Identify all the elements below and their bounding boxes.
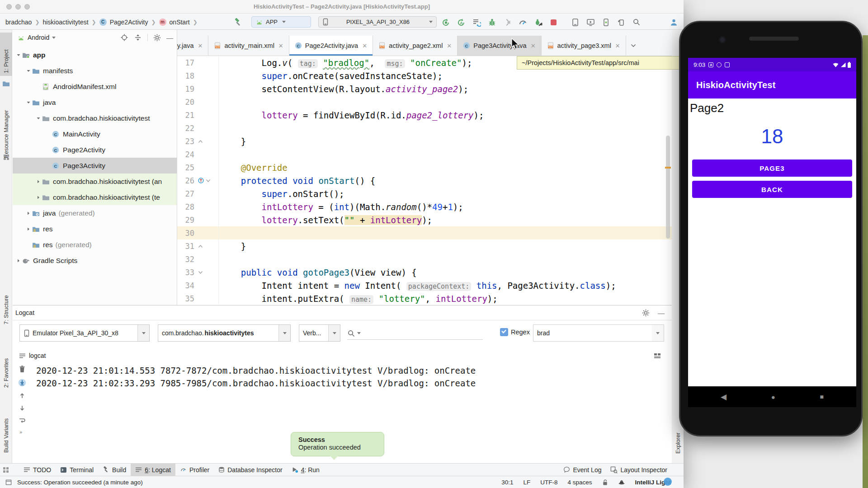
nav-back-button[interactable]: ◀ <box>721 392 726 402</box>
code-line-28[interactable]: 28 intLottery = (int)(Math.random()*49+1… <box>177 200 672 213</box>
close-icon[interactable]: ✕ <box>278 42 283 49</box>
close-icon[interactable]: ✕ <box>531 42 536 49</box>
file-encoding[interactable]: UTF-8 <box>540 479 557 486</box>
editor-scrollbar[interactable] <box>666 136 670 239</box>
tab-Page2Activity.java[interactable]: CPage2Activity.java✕ <box>289 36 373 56</box>
code-line-34[interactable]: 34 Intent intent = new Intent( packageCo… <box>177 279 672 292</box>
tree-item-java[interactable]: java <box>13 94 177 110</box>
toolwindow-button-terminal[interactable]: Terminal <box>56 464 98 476</box>
collapse-all-icon[interactable] <box>134 33 142 42</box>
restart-activity-icon[interactable] <box>472 18 481 27</box>
chevron-down-icon[interactable] <box>25 100 32 105</box>
close-icon[interactable]: ✕ <box>362 42 367 49</box>
run-config-select[interactable]: APP <box>251 16 311 28</box>
tree-item-res[interactable]: res(generated) <box>13 237 177 253</box>
tab-activity_page2.xml[interactable]: </>activity_page2.xml✕ <box>373 36 458 56</box>
breadcrumb-item[interactable]: Page2Activity <box>110 19 148 26</box>
toolwindow-button-layout-inspector[interactable]: Layout Inspector <box>606 464 672 476</box>
code-line-27[interactable]: 27 super.onStart(); <box>177 187 672 200</box>
hide-panel-icon[interactable]: — <box>658 309 665 317</box>
toolwindow-button-profiler[interactable]: Profiler <box>175 464 214 476</box>
code-line-32[interactable]: 32 <box>177 253 672 266</box>
sidebar-item-project[interactable]: 1: Project <box>0 33 12 76</box>
code-fold-down-icon[interactable] <box>198 271 203 274</box>
debug-icon[interactable] <box>487 18 496 27</box>
tree-item-app[interactable]: app <box>13 47 177 63</box>
regex-checkbox[interactable] <box>500 328 508 336</box>
tab-activity_page3.xml[interactable]: </>activity_page3.xml✕ <box>542 36 626 56</box>
close-icon[interactable]: ✕ <box>447 42 452 49</box>
locate-file-icon[interactable] <box>120 33 128 42</box>
device-manager-icon[interactable] <box>571 18 580 27</box>
tab-activity_main.xml[interactable]: </>activity_main.xml✕ <box>208 36 289 56</box>
tree-item-java[interactable]: java(generated) <box>13 205 177 221</box>
tree-item-androidmanifest-xml[interactable]: MFAndroidManifest.xml <box>13 79 177 94</box>
logcat-package-select[interactable]: com.bradchao.hiskioactivitytes <box>158 324 291 342</box>
rerun-icon[interactable] <box>441 18 450 27</box>
toolwindow-button-event-log[interactable]: Event Log <box>559 464 606 476</box>
hidden-tabs-chevron-icon[interactable] <box>626 36 641 56</box>
code-editor[interactable]: 17 Log.v( tag: "bradlog", msg: "onCreate… <box>177 56 672 305</box>
tree-item-page3activity[interactable]: CPage3Activity <box>13 158 177 174</box>
inspections-hat-icon[interactable] <box>618 479 625 485</box>
emulator-screen[interactable]: 9:03 A HiskioActivityTest Page2 18 PAGE3… <box>688 58 856 407</box>
sidebar-item-build-variants[interactable]: Build Variants <box>0 401 12 455</box>
chevron-right-icon[interactable] <box>25 227 32 231</box>
tree-item-page2activity[interactable]: CPage2Activity <box>13 142 177 158</box>
logcat-level-select[interactable]: Verb... <box>299 324 340 342</box>
tree-item-manifests[interactable]: manifests <box>13 63 177 79</box>
breadcrumb-item[interactable]: bradchao <box>5 19 32 26</box>
code-line-33[interactable]: 33 public void gotoPage3(View view) { <box>177 266 672 279</box>
status-message[interactable]: Success: Operation succeeded (a minute a… <box>17 479 143 486</box>
device-mirror-icon[interactable] <box>601 18 610 27</box>
code-line-29[interactable]: 29 lottery.setText("" + intLottery); <box>177 213 672 226</box>
tree-item-com-bradchao-hiskioactivitytest-te[interactable]: com.bradchao.hiskioactivitytest (te <box>13 189 177 205</box>
toolwindow-button-6-logcat[interactable]: 6: Logcat <box>131 464 175 476</box>
breadcrumb-item[interactable]: onStart <box>170 19 190 26</box>
chevron-right-icon[interactable] <box>15 258 22 263</box>
logcat-search-input[interactable] <box>347 327 483 340</box>
chevron-down-icon[interactable] <box>25 69 32 73</box>
avatar[interactable] <box>669 18 678 27</box>
logcat-filter-input[interactable]: brad <box>533 324 664 342</box>
breadcrumb-item[interactable]: hiskioactivitytest <box>42 19 88 26</box>
code-fold-down-icon[interactable] <box>206 179 211 183</box>
profiler-icon[interactable] <box>518 18 527 27</box>
apply-changes-icon[interactable]: A <box>457 18 466 27</box>
tree-item-gradle-scripts[interactable]: Gradle Scripts <box>13 253 177 268</box>
code-line-21[interactable]: 21 lottery = findViewById(R.id.page2_lot… <box>177 108 672 122</box>
code-fold-up-icon[interactable] <box>198 140 203 143</box>
tab-Page3Activity.java[interactable]: CPage3Activity.java✕ <box>458 36 541 56</box>
running-devices-icon[interactable] <box>586 18 595 27</box>
page3-button[interactable]: PAGE3 <box>692 160 852 177</box>
lock-icon[interactable] <box>602 479 608 486</box>
code-fold-up-icon[interactable] <box>198 244 203 248</box>
toolwindow-button-database-inspector[interactable]: Database Inspector <box>214 464 287 476</box>
sidebar-item-favorites[interactable]: 2: Favorites <box>0 341 12 390</box>
indent-setting[interactable]: 4 spaces <box>567 479 592 486</box>
gear-icon[interactable] <box>153 34 161 42</box>
close-icon[interactable]: ✕ <box>615 42 620 49</box>
code-line-19[interactable]: 19 setContentView(R.layout.activity_page… <box>177 82 672 95</box>
chevron-down-icon[interactable] <box>35 116 42 121</box>
project-view-selector[interactable]: Android — <box>13 30 177 45</box>
code-line-20[interactable]: 20 <box>177 95 672 108</box>
logcat-device-select[interactable]: Emulator Pixel_3a_API_30_x8 <box>19 324 150 342</box>
sidebar-item-structure[interactable]: 7: Structure <box>0 277 12 327</box>
chevron-right-icon[interactable] <box>35 195 42 200</box>
logcat-tab-label[interactable]: logcat <box>29 352 46 359</box>
code-line-23[interactable]: 23 } <box>177 135 672 148</box>
gear-icon[interactable] <box>642 309 650 317</box>
build-hammer-icon[interactable] <box>233 18 242 27</box>
tree-item-mainactivity[interactable]: CMainActivity <box>13 126 177 142</box>
rotate-device-icon[interactable] <box>617 18 626 27</box>
tree-item-com-bradchao-hiskioactivitytest[interactable]: com.bradchao.hiskioactivitytest <box>13 110 177 126</box>
tab-tivity.java[interactable]: tivity.java✕ <box>177 36 208 56</box>
caret-position[interactable]: 30:1 <box>501 479 513 486</box>
code-line-25[interactable]: 25 @Override <box>177 161 672 174</box>
back-button[interactable]: BACK <box>692 181 852 198</box>
override-method-icon[interactable] <box>198 178 204 183</box>
logcat-settings-icon[interactable] <box>654 352 661 359</box>
toolwindow-button-todo[interactable]: TODO <box>19 464 56 476</box>
code-line-26[interactable]: 26 protected void onStart() { <box>177 174 672 187</box>
